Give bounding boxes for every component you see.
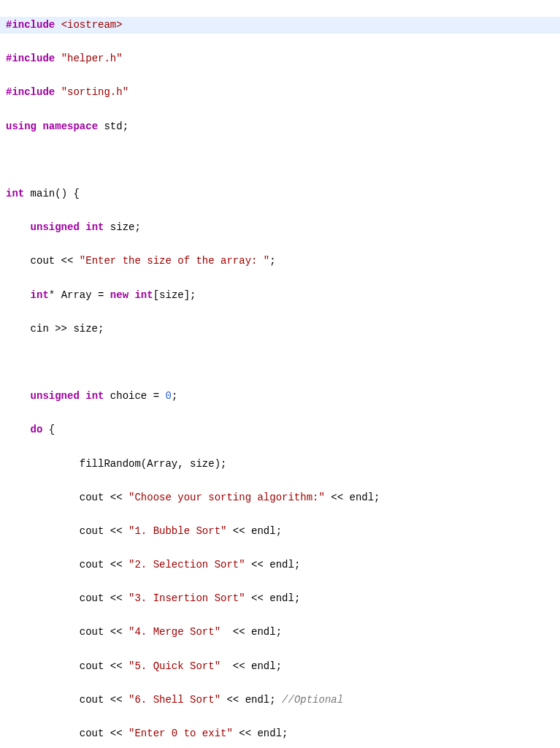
code-text: << endl; — [220, 660, 282, 672]
keyword: using — [6, 121, 37, 132]
string: "Choose your sorting algorithm:" — [129, 492, 325, 503]
type: int — [85, 390, 104, 402]
code-line: cout << "Enter 0 to exit" << endl; — [0, 725, 560, 742]
code-line — [0, 354, 560, 371]
code-text: << endl; — [245, 559, 301, 570]
space — [80, 390, 85, 402]
code-text: { — [42, 424, 55, 435]
code-text: ; — [269, 255, 275, 267]
code-line: cout << "1. Bubble Sort" << endl; — [0, 523, 560, 540]
code-text: cin >> size; — [6, 323, 104, 335]
code-text: ; — [172, 390, 177, 402]
string: "2. Selection Sort" — [129, 559, 245, 570]
code-line: do { — [0, 421, 560, 438]
type: int — [134, 289, 153, 301]
code-line — [0, 152, 560, 169]
string: "Enter the size of the array: " — [80, 255, 269, 267]
code-text: << endl; — [220, 626, 282, 638]
code-line: #include "sorting.h" — [0, 84, 560, 101]
keyword: do — [31, 424, 43, 435]
indent — [6, 289, 31, 301]
code-line: cout << "6. Shell Sort" << endl; //Optio… — [0, 692, 560, 709]
code-line: cout << "3. Insertion Sort" << endl; — [0, 590, 560, 607]
code-text: std; — [98, 121, 129, 132]
type: int — [85, 221, 104, 233]
indent — [6, 390, 31, 402]
code-line: cout << "4. Merge Sort" << endl; — [0, 624, 560, 641]
keyword: unsigned — [31, 221, 80, 233]
keyword: namespace — [42, 121, 98, 132]
code-text: * Array = — [49, 289, 110, 301]
preproc-directive: #include — [6, 53, 61, 64]
code-line: cout << "Enter the size of the array: "; — [0, 253, 560, 270]
string: "1. Bubble Sort" — [129, 525, 226, 537]
code-block: #include <iostream> #include "helper.h" … — [0, 0, 560, 748]
code-text: << endl; — [233, 728, 288, 739]
code-text: cout << — [6, 492, 129, 503]
space — [80, 221, 85, 233]
code-line: cout << "2. Selection Sort" << endl; — [0, 557, 560, 573]
code-text: cout << — [6, 255, 80, 267]
indent — [6, 221, 31, 233]
code-line: #include <iostream> — [0, 17, 560, 34]
code-line: fillRandom(Array, size); — [0, 456, 560, 473]
string: "5. Quick Sort" — [129, 660, 220, 672]
code-text: main() { — [24, 188, 80, 199]
code-line: #include "helper.h" — [0, 50, 560, 67]
comment: //Optional — [282, 694, 343, 706]
preproc-directive: #include — [6, 86, 61, 98]
code-text: cout << — [6, 694, 129, 706]
code-line: int* Array = new int[size]; — [0, 287, 560, 304]
code-text: cout << — [6, 728, 129, 739]
include-target: "helper.h" — [61, 53, 123, 64]
keyword: new — [110, 289, 129, 301]
code-line: cout << "5. Quick Sort" << endl; — [0, 658, 560, 675]
type: int — [31, 289, 49, 301]
type: int — [6, 188, 24, 199]
code-text: cout << — [6, 660, 129, 672]
code-line: cout << "Choose your sorting algorithm:"… — [0, 489, 560, 506]
code-line: int main() { — [0, 186, 560, 202]
code-text: size; — [104, 221, 140, 233]
string: "4. Merge Sort" — [129, 626, 220, 638]
code-line: cin >> size; — [0, 321, 560, 337]
code-text: cout << — [6, 626, 129, 638]
code-line: unsigned int choice = 0; — [0, 388, 560, 405]
code-line: using namespace std; — [0, 118, 560, 135]
include-target: "sorting.h" — [61, 86, 129, 98]
include-target: <iostream> — [61, 19, 123, 31]
code-text: << endl; — [325, 492, 380, 503]
indent — [6, 424, 31, 435]
code-text: cout << — [6, 525, 129, 537]
code-text: cout << — [6, 592, 129, 604]
code-text: [size]; — [153, 289, 196, 301]
code-text: << endl; — [245, 592, 301, 604]
string: "6. Shell Sort" — [129, 694, 220, 706]
preproc-directive: #include — [6, 19, 61, 31]
code-text: << endl; — [220, 694, 282, 706]
keyword: unsigned — [31, 390, 80, 402]
code-text: choice = — [104, 390, 165, 402]
string: "Enter 0 to exit" — [129, 728, 233, 739]
string: "3. Insertion Sort" — [129, 592, 245, 604]
code-line: unsigned int size; — [0, 219, 560, 236]
code-text: cout << — [6, 559, 129, 570]
number: 0 — [165, 390, 171, 402]
code-text: fillRandom(Array, size); — [6, 458, 226, 470]
code-text: << endl; — [226, 525, 282, 537]
